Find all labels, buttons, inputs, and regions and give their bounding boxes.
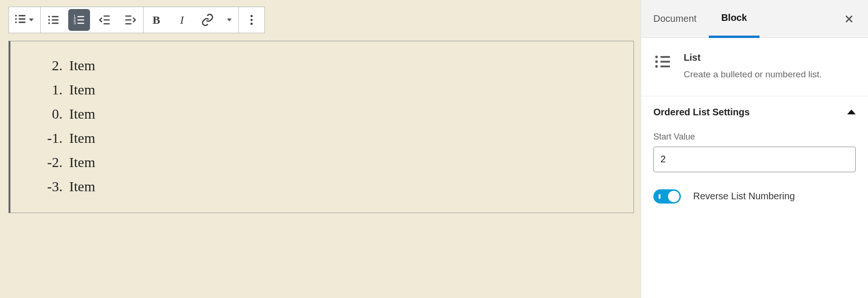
svg-point-31 bbox=[655, 65, 658, 67]
svg-point-8 bbox=[48, 22, 50, 24]
toolbar-group-block-type bbox=[9, 7, 41, 33]
list-item-text[interactable]: Item bbox=[69, 174, 95, 198]
ordered-list-button[interactable]: 1 2 3 bbox=[68, 9, 90, 31]
italic-button[interactable]: I bbox=[171, 9, 193, 31]
list-item-text[interactable]: Item bbox=[69, 53, 95, 77]
panel-toggle[interactable]: Ordered List Settings bbox=[653, 107, 856, 118]
svg-point-24 bbox=[251, 15, 253, 18]
list-item[interactable]: 1.Item bbox=[39, 77, 619, 102]
reverse-numbering-row: Reverse List Numbering bbox=[653, 189, 856, 204]
list-item[interactable]: -1.Item bbox=[39, 126, 619, 150]
svg-point-0 bbox=[15, 15, 17, 17]
svg-point-6 bbox=[48, 16, 50, 18]
reverse-numbering-label: Reverse List Numbering bbox=[693, 191, 795, 202]
svg-point-29 bbox=[655, 56, 658, 58]
unordered-list-button[interactable] bbox=[43, 9, 64, 31]
toolbar-group-inline-format: B I bbox=[144, 7, 239, 33]
svg-point-1 bbox=[15, 18, 17, 20]
reverse-numbering-toggle[interactable] bbox=[653, 189, 681, 204]
close-icon bbox=[844, 14, 854, 24]
outdent-button[interactable] bbox=[94, 9, 116, 31]
chevron-up-icon bbox=[847, 110, 856, 114]
more-rich-text-dropdown[interactable] bbox=[222, 9, 236, 31]
block-card-text: List Create a bulleted or numbered list. bbox=[684, 52, 822, 82]
list-item-text[interactable]: Item bbox=[69, 77, 95, 102]
more-options-button[interactable] bbox=[241, 9, 262, 31]
svg-point-25 bbox=[251, 19, 253, 21]
link-button[interactable] bbox=[197, 9, 218, 31]
block-toolbar: 1 2 3 bbox=[9, 7, 634, 33]
chevron-down-icon bbox=[29, 19, 34, 21]
list-item-number: 2. bbox=[39, 53, 63, 77]
settings-sidebar: Document Block List Create a bulleted or… bbox=[641, 0, 868, 298]
panel-title: Ordered List Settings bbox=[653, 107, 750, 118]
list-item-number: 1. bbox=[39, 77, 63, 102]
svg-point-2 bbox=[15, 21, 17, 23]
toolbar-group-more bbox=[239, 7, 265, 33]
list-item-number: 0. bbox=[39, 102, 63, 126]
list-icon bbox=[653, 52, 672, 71]
block-type-switcher[interactable] bbox=[11, 9, 38, 31]
svg-point-30 bbox=[655, 60, 658, 63]
close-sidebar-button[interactable] bbox=[840, 9, 859, 28]
list-item-number: -2. bbox=[39, 150, 63, 174]
ordered-list[interactable]: 2.Item 1.Item 0.Item -1.Item -2.Item -3.… bbox=[39, 53, 619, 198]
start-value-input[interactable] bbox=[653, 147, 856, 172]
sidebar-tabs: Document Block bbox=[641, 0, 868, 38]
toggle-on-indicator bbox=[659, 194, 660, 199]
block-card: List Create a bulleted or numbered list. bbox=[641, 38, 868, 96]
indent-button[interactable] bbox=[119, 9, 141, 31]
list-item-text[interactable]: Item bbox=[69, 150, 95, 174]
toggle-knob bbox=[668, 191, 679, 202]
svg-text:3: 3 bbox=[73, 21, 76, 25]
list-item[interactable]: -3.Item bbox=[39, 174, 619, 198]
list-item-number: -3. bbox=[39, 174, 63, 198]
list-item[interactable]: -2.Item bbox=[39, 150, 619, 174]
list-block[interactable]: 2.Item 1.Item 0.Item -1.Item -2.Item -3.… bbox=[9, 41, 634, 213]
tab-block[interactable]: Block bbox=[709, 0, 759, 38]
tab-document[interactable]: Document bbox=[641, 0, 709, 37]
list-item-text[interactable]: Item bbox=[69, 102, 95, 126]
block-card-description: Create a bulleted or numbered list. bbox=[684, 68, 822, 82]
svg-point-7 bbox=[48, 19, 50, 21]
svg-point-26 bbox=[251, 23, 253, 25]
editor-canvas: 1 2 3 bbox=[0, 0, 641, 298]
list-item[interactable]: 0.Item bbox=[39, 102, 619, 126]
start-value-label: Start Value bbox=[653, 132, 856, 142]
list-item-number: -1. bbox=[39, 126, 63, 150]
list-item[interactable]: 2.Item bbox=[39, 53, 619, 77]
chevron-down-icon bbox=[227, 19, 232, 21]
block-card-title: List bbox=[684, 52, 822, 63]
list-item-text[interactable]: Item bbox=[69, 126, 95, 150]
list-icon bbox=[14, 12, 27, 28]
bold-button[interactable]: B bbox=[145, 9, 167, 31]
ordered-list-settings-panel: Ordered List Settings Start Value Revers… bbox=[641, 96, 868, 214]
toolbar-group-list-controls: 1 2 3 bbox=[41, 7, 144, 33]
